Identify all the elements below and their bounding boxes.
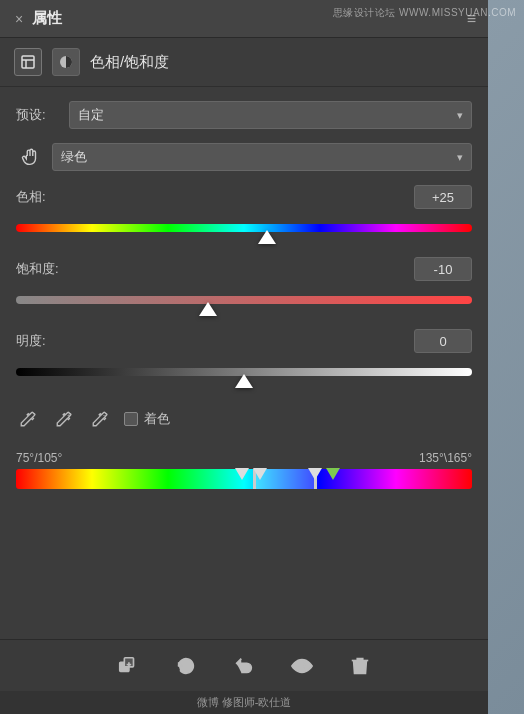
color-range-right-label: 135°\165° [419, 451, 472, 465]
range-center-left-handle[interactable] [253, 468, 267, 480]
svg-text:−: − [103, 412, 107, 419]
saturation-value[interactable]: -10 [414, 257, 472, 281]
channel-arrow: ▾ [457, 151, 463, 164]
preset-label: 预设: [16, 106, 61, 124]
svg-rect-0 [22, 56, 34, 68]
saturation-slider-track [16, 296, 472, 304]
add-layer-button[interactable] [111, 649, 145, 683]
bottom-toolbar [0, 639, 488, 691]
eyedropper-subtract-button[interactable]: − [88, 407, 112, 431]
hue-slider-track [16, 224, 472, 232]
color-range-section: 75°/105° 135°\165° [16, 451, 472, 489]
hand-icon [16, 143, 44, 171]
saturation-label: 饱和度: [16, 260, 59, 278]
lightness-label: 明度: [16, 332, 46, 350]
preset-value: 自定 [78, 106, 104, 124]
hue-slider-thumb[interactable] [258, 230, 276, 244]
close-button[interactable]: × [12, 12, 26, 26]
eyedropper-add-button[interactable]: + [52, 407, 76, 431]
color-range-bar[interactable] [16, 469, 472, 489]
watermark: 思缘设计论坛 WWW.MISSYUAN.COM [333, 6, 516, 20]
svg-text:+: + [67, 412, 71, 419]
visibility-button[interactable] [285, 649, 319, 683]
lightness-slider-track-wrap[interactable] [16, 357, 472, 387]
preset-row: 预设: 自定 ▾ [16, 101, 472, 129]
tools-row: + − 着色 [16, 401, 472, 437]
hue-slider-track-wrap[interactable] [16, 213, 472, 243]
lightness-slider-section: 明度: 0 [16, 329, 472, 387]
eyedropper-button[interactable] [16, 407, 40, 431]
content-area: 预设: 自定 ▾ 绿色 ▾ 色相: +25 [0, 87, 488, 639]
preset-select[interactable]: 自定 ▾ [69, 101, 472, 129]
range-right-handle[interactable] [326, 468, 340, 480]
reset-button[interactable] [169, 649, 203, 683]
saturation-slider-track-wrap[interactable] [16, 285, 472, 315]
undo-button[interactable] [227, 649, 261, 683]
sub-header-title: 色相/饱和度 [90, 53, 169, 72]
hue-slider-section: 色相: +25 [16, 185, 472, 243]
panel-title: 属性 [32, 9, 62, 28]
color-range-left-label: 75°/105° [16, 451, 62, 465]
channel-value: 绿色 [61, 148, 87, 166]
range-left-handle[interactable] [235, 468, 249, 480]
hue-value[interactable]: +25 [414, 185, 472, 209]
saturation-slider-thumb[interactable] [199, 302, 217, 316]
panel: × 属性 ≡ 色相/饱和度 预设: 自定 [0, 0, 488, 714]
colorize-checkbox[interactable] [124, 412, 138, 426]
colorize-checkbox-wrap[interactable]: 着色 [124, 410, 170, 428]
circle-icon-button[interactable] [52, 48, 80, 76]
preset-arrow: ▾ [457, 109, 463, 122]
layer-icon-button[interactable] [14, 48, 42, 76]
lightness-value[interactable]: 0 [414, 329, 472, 353]
colorize-label: 着色 [144, 410, 170, 428]
sub-header: 色相/饱和度 [0, 38, 488, 87]
saturation-slider-section: 饱和度: -10 [16, 257, 472, 315]
hue-label: 色相: [16, 188, 46, 206]
delete-button[interactable] [343, 649, 377, 683]
range-center-right-handle[interactable] [308, 468, 322, 480]
svg-point-11 [299, 663, 305, 669]
channel-select[interactable]: 绿色 ▾ [52, 143, 472, 171]
lightness-slider-thumb[interactable] [235, 374, 253, 388]
channel-row: 绿色 ▾ [16, 143, 472, 171]
bottom-watermark: 微博 修图师-欧仕道 [0, 691, 488, 714]
color-range-labels: 75°/105° 135°\165° [16, 451, 472, 465]
